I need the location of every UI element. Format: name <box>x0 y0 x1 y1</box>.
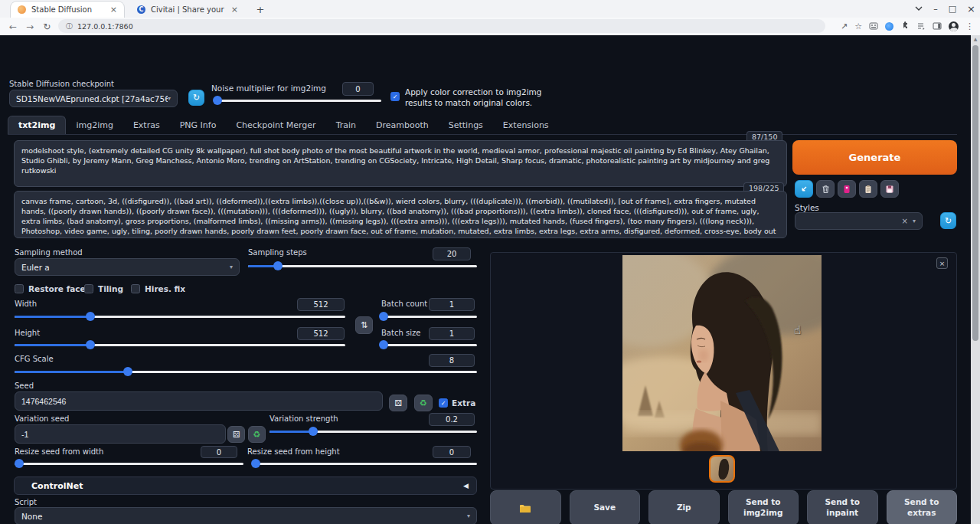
tab-close-icon[interactable]: × <box>231 5 238 15</box>
variation-strength-label: Variation strength <box>270 414 338 423</box>
gallery-thumbnail[interactable] <box>709 455 735 483</box>
reading-list-icon[interactable] <box>916 21 926 31</box>
random-seed-dice-icon[interactable]: ⚄ <box>389 395 407 411</box>
extra-networks-card-icon[interactable] <box>838 180 856 198</box>
sampling-method-label: Sampling method <box>15 248 83 257</box>
positive-prompt-box: modelshoot style, (extremely detailed CG… <box>14 140 787 187</box>
styles-dropdown[interactable]: × ▾ <box>795 212 923 230</box>
sampling-method-dropdown[interactable]: Euler a ▾ <box>15 258 240 276</box>
tab-close-icon[interactable]: × <box>110 5 117 15</box>
new-tab-button[interactable]: + <box>254 3 266 15</box>
restore-faces-checkbox[interactable] <box>15 284 24 293</box>
resize-seed-width-value[interactable]: 0 <box>201 446 237 458</box>
paste-generation-params-button[interactable] <box>795 180 813 198</box>
variation-strength-value[interactable]: 0.2 <box>429 413 475 426</box>
extensions-puzzle-icon[interactable] <box>900 21 910 31</box>
positive-prompt-input[interactable]: modelshoot style, (extremely detailed CG… <box>15 141 786 186</box>
tab-txt2img[interactable]: txt2img <box>8 116 66 134</box>
scroll-up-arrow[interactable]: ▲ <box>971 36 980 41</box>
random-variation-seed-dice-icon[interactable]: ⚄ <box>227 426 245 443</box>
tab-settings[interactable]: Settings <box>439 116 493 134</box>
width-slider[interactable] <box>15 316 345 318</box>
clear-styles-icon[interactable]: × <box>902 217 908 225</box>
zip-button[interactable]: Zip <box>648 490 720 524</box>
chevron-down-icon[interactable] <box>915 6 923 11</box>
variation-seed-input[interactable] <box>15 424 226 444</box>
mouse-cursor: ☝ <box>794 323 801 337</box>
width-value[interactable]: 512 <box>297 298 345 311</box>
send-to-img2img-button[interactable]: Send to img2img <box>728 490 799 524</box>
reuse-seed-recycle-icon[interactable]: ♻ <box>414 395 433 411</box>
tab-checkpoint-merger[interactable]: Checkpoint Merger <box>226 116 325 134</box>
open-folder-button[interactable] <box>490 490 561 524</box>
send-to-extras-button[interactable]: Send to extras <box>887 490 958 524</box>
tab-train[interactable]: Train <box>326 116 366 134</box>
minimize-button[interactable]: – <box>933 5 938 13</box>
resize-seed-width-slider[interactable] <box>15 463 243 465</box>
save-style-floppy-icon[interactable] <box>880 180 899 198</box>
noise-multiplier-value[interactable]: 0 <box>342 82 374 96</box>
extension-blue-icon[interactable] <box>885 22 893 31</box>
browser-tab-stable-diffusion[interactable]: Stable Diffusion × <box>11 2 124 18</box>
generated-image-preview[interactable] <box>622 255 822 451</box>
tab-png-info[interactable]: PNG Info <box>170 116 227 134</box>
negative-prompt-input[interactable]: canvas frame, cartoon, 3d, ((disfigured)… <box>15 192 786 237</box>
extension-grid-icon[interactable] <box>869 21 878 31</box>
color-correction-label: Apply color correction to img2img result… <box>405 87 562 109</box>
cfg-scale-slider[interactable] <box>15 371 477 373</box>
scrollbar-thumb[interactable] <box>972 45 978 341</box>
reload-icon[interactable]: ↻ <box>43 21 51 32</box>
checkpoint-refresh-button[interactable]: ↻ <box>188 90 204 106</box>
hires-fix-checkbox[interactable] <box>131 284 140 293</box>
batch-size-slider[interactable] <box>381 344 477 346</box>
send-to-inpaint-button[interactable]: Send to inpaint <box>807 490 878 524</box>
page-scrollbar[interactable]: ▲ <box>971 35 980 524</box>
seed-input[interactable] <box>15 391 383 411</box>
tab-dreambooth[interactable]: Dreambooth <box>366 116 439 134</box>
side-panel-icon[interactable] <box>933 21 942 31</box>
close-gallery-icon[interactable]: × <box>936 257 948 269</box>
apply-style-clipboard-icon[interactable] <box>859 180 877 198</box>
extra-seed-checkbox[interactable]: ✓ <box>439 398 448 408</box>
site-info-icon[interactable]: ⓘ <box>66 21 73 31</box>
hires-fix-label: Hires. fix <box>145 284 185 293</box>
forward-icon[interactable]: → <box>26 21 34 32</box>
checkpoint-dropdown[interactable]: SD15NewVAEpruned.ckpt [27a4ac756c] ▾ <box>9 90 178 107</box>
browser-chrome: Stable Diffusion × C Civitai | Share you… <box>0 0 980 35</box>
tiling-checkbox[interactable] <box>84 284 93 293</box>
height-slider[interactable] <box>15 344 345 346</box>
back-icon[interactable]: ← <box>9 21 17 32</box>
profile-avatar[interactable] <box>949 21 959 31</box>
tab-img2img[interactable]: img2img <box>66 116 123 134</box>
generate-button[interactable]: Generate <box>792 140 957 175</box>
clear-prompt-trash-icon[interactable] <box>816 180 835 198</box>
resize-seed-height-value[interactable]: 0 <box>433 446 471 458</box>
browser-menu-icon[interactable]: ⋮ <box>965 22 974 31</box>
color-correction-checkbox[interactable]: ✓ <box>390 92 400 101</box>
variation-strength-slider[interactable] <box>270 431 477 433</box>
maximize-button[interactable]: □ <box>949 5 956 13</box>
bookmark-star-icon[interactable]: ☆ <box>854 22 862 31</box>
script-dropdown[interactable]: None ▾ <box>15 507 477 524</box>
styles-refresh-button[interactable]: ↻ <box>940 212 956 229</box>
sampling-steps-slider[interactable] <box>248 265 477 267</box>
url-bar[interactable]: ⓘ 127.0.0.1:7860 <box>58 19 825 33</box>
height-value[interactable]: 512 <box>297 327 345 340</box>
tab-extensions[interactable]: Extensions <box>493 116 559 134</box>
close-button[interactable]: × <box>967 4 975 14</box>
cfg-scale-value[interactable]: 8 <box>429 354 475 367</box>
swap-width-height-button[interactable]: ⇅ <box>355 316 373 334</box>
noise-multiplier-slider[interactable] <box>216 100 381 102</box>
controlnet-accordion[interactable]: ControlNet ◀ <box>14 477 477 495</box>
batch-count-slider[interactable] <box>381 316 477 318</box>
batch-count-value[interactable]: 1 <box>429 298 475 311</box>
save-button[interactable]: Save <box>570 490 641 524</box>
sampling-steps-value[interactable]: 20 <box>433 247 471 260</box>
reuse-variation-seed-recycle-icon[interactable]: ♻ <box>248 426 266 443</box>
tab-extras[interactable]: Extras <box>123 116 170 134</box>
browser-tab-civitai[interactable]: C Civitai | Share your models × <box>130 2 245 18</box>
batch-size-value[interactable]: 1 <box>429 327 475 340</box>
chevron-down-icon: ▾ <box>168 95 171 102</box>
share-icon[interactable]: ↗ <box>841 22 848 31</box>
resize-seed-height-slider[interactable] <box>253 463 477 465</box>
